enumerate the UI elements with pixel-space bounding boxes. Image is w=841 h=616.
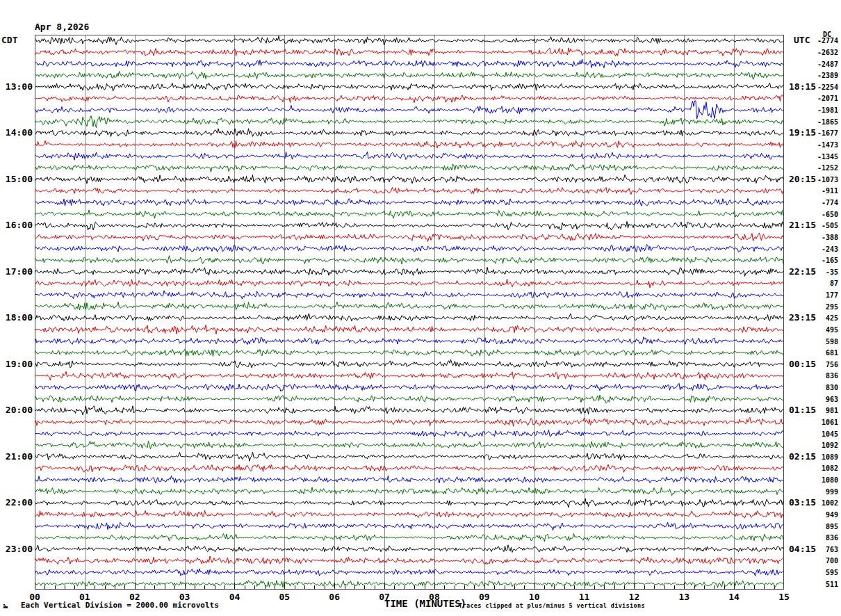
seismogram-canvas (35, 35, 784, 590)
dc-offset-value: -1252 (809, 165, 838, 172)
x-axis-tick-label: 13 (673, 592, 694, 602)
left-hour-label: 18:00 (0, 313, 33, 322)
left-hour-label: 14:00 (0, 128, 33, 137)
dc-offset-value: 756 (809, 362, 838, 368)
dc-offset-value: -165 (809, 257, 838, 264)
dc-offset-value: 836 (809, 535, 838, 542)
dc-offset-value: 681 (809, 350, 838, 357)
dc-offset-value: 830 (809, 384, 838, 391)
x-axis-tick-label: 12 (623, 592, 644, 602)
dc-offset-value: -2632 (809, 49, 838, 56)
dc-offset-value: -243 (809, 246, 838, 253)
x-axis-tick-label: 11 (574, 592, 595, 602)
dc-offset-value: -1677 (809, 130, 838, 137)
dc-offset-value: 700 (809, 558, 838, 565)
left-hour-label: 23:00 (0, 544, 33, 553)
dc-offset-value: 1092 (809, 442, 838, 449)
date-label: Apr 8,2026 (35, 22, 181, 32)
dc-offset-value: 511 (809, 581, 838, 588)
left-hour-label: 20:00 (0, 405, 33, 414)
dc-offset-value: -2071 (809, 95, 838, 102)
left-hour-label: 13:00 (0, 82, 33, 91)
left-hour-label: 22:00 (0, 498, 33, 507)
clip-note: Traces clipped at plus/minus 5 vertical … (459, 602, 645, 609)
left-axis-title: CDT (1, 35, 17, 45)
dc-offset-value: 595 (809, 569, 838, 576)
dc-offset-value: -1345 (809, 154, 838, 161)
right-axis-title: UTC (794, 35, 810, 45)
x-axis-tick-label: 15 (774, 592, 794, 602)
dc-offset-value: 177 (809, 292, 838, 299)
dc-offset-value: -388 (809, 234, 838, 241)
left-hour-label: 15:00 (0, 175, 33, 184)
dc-offset-value: -2254 (809, 84, 838, 91)
helicorder-page: Apr 8,2026 MGMO HHZ NM 00 (Mountain Grov… (0, 0, 841, 616)
dc-offset-value: -650 (809, 211, 838, 218)
x-axis-tick-label: 04 (224, 592, 245, 602)
x-axis-tick-label: 06 (324, 592, 345, 602)
dc-offset-value: -1073 (809, 177, 838, 184)
dc-offset-value: 836 (809, 373, 838, 380)
x-axis-tick-label: 09 (474, 592, 495, 602)
left-hour-label: 17:00 (0, 267, 33, 276)
dc-offset-value: 1082 (809, 465, 838, 472)
left-hour-label: 19:00 (0, 359, 33, 368)
dc-offset-value: 87 (809, 280, 838, 287)
dc-offset-value: -911 (809, 188, 838, 195)
dc-offset-value: 963 (809, 396, 838, 403)
dc-offset-value: -505 (809, 222, 838, 229)
dc-offset-value: -774 (809, 200, 838, 206)
dc-offset-value: 1045 (809, 431, 838, 438)
x-axis-tick-label: 05 (274, 592, 295, 602)
dc-offset-value: 495 (809, 327, 838, 334)
dc-offset-value: 981 (809, 407, 838, 414)
dc-offset-value: 895 (809, 524, 838, 530)
left-hour-label: 21:00 (0, 452, 33, 461)
dc-offset-value: -2774 (809, 38, 838, 44)
dc-offset-value: 598 (809, 339, 838, 346)
dc-offset-value: 425 (809, 315, 838, 322)
dc-offset-value: -2389 (809, 72, 838, 79)
corner-squiggle-icon (3, 602, 13, 610)
dc-offset-value: 999 (809, 489, 838, 496)
dc-offset-value: 1061 (809, 419, 838, 426)
dc-offset-value: 1089 (809, 454, 838, 461)
x-axis-tick-label: 10 (524, 592, 545, 602)
dc-offset-value: 1002 (809, 500, 838, 507)
left-hour-label: 16:00 (0, 220, 33, 229)
dc-offset-value: 949 (809, 512, 838, 519)
dc-offset-value: -1981 (809, 107, 838, 114)
dc-offset-value: 1080 (809, 477, 838, 484)
dc-offset-value: 295 (809, 304, 838, 311)
x-axis-title: TIME (MINUTES) (384, 598, 466, 609)
scale-note: Each Vertical Division = 2000.00 microvo… (21, 601, 219, 610)
x-axis-tick-label: 14 (724, 592, 744, 602)
dc-offset-value: -1865 (809, 119, 838, 126)
dc-offset-value: -2487 (809, 61, 838, 68)
dc-offset-value: 763 (809, 546, 838, 553)
dc-offset-value: -35 (809, 269, 838, 276)
dc-offset-value: -1473 (809, 142, 838, 149)
